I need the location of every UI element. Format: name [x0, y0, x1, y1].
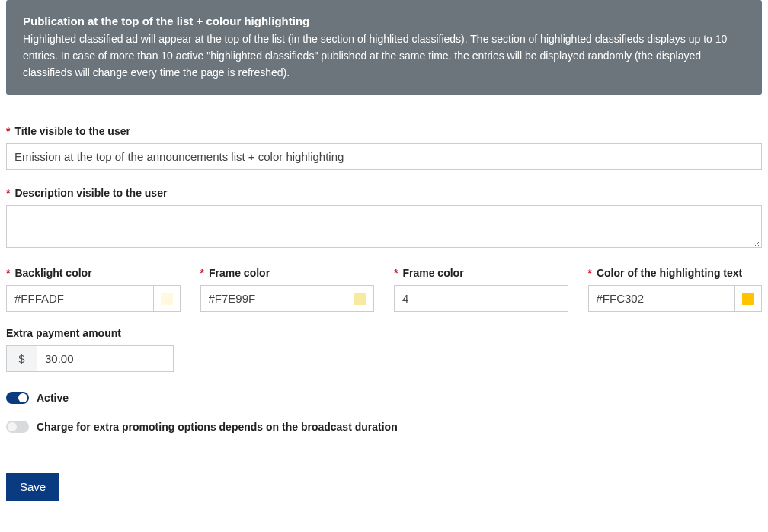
frame-label: Frame color [200, 267, 375, 279]
title-input[interactable] [6, 143, 762, 170]
textcolor-label: Color of the highlighting text [588, 267, 763, 279]
backlight-label: Backlight color [6, 267, 181, 279]
info-title: Publication at the top of the list + col… [23, 12, 745, 30]
title-label: Title visible to the user [6, 125, 762, 137]
textcolor-swatch[interactable] [734, 285, 762, 312]
active-toggle[interactable] [6, 392, 29, 404]
active-toggle-label: Active [37, 392, 69, 404]
info-panel: Publication at the top of the list + col… [6, 0, 762, 95]
amount-input[interactable] [37, 345, 174, 372]
frame2-input[interactable] [394, 285, 568, 312]
frame2-label: Frame color [394, 267, 568, 279]
amount-currency: $ [6, 345, 37, 372]
frame-swatch[interactable] [347, 285, 374, 312]
description-input[interactable] [6, 205, 762, 248]
textcolor-input[interactable] [588, 285, 735, 312]
charge-toggle[interactable] [6, 421, 29, 433]
backlight-swatch[interactable] [153, 285, 181, 312]
info-body: Highlighted classified ad will appear at… [23, 31, 745, 81]
frame-input[interactable] [200, 285, 347, 312]
amount-label: Extra payment amount [6, 327, 762, 339]
backlight-input[interactable] [6, 285, 153, 312]
save-button[interactable]: Save [6, 473, 59, 501]
description-label: Description visible to the user [6, 187, 762, 199]
charge-toggle-label: Charge for extra promoting options depen… [37, 421, 398, 433]
